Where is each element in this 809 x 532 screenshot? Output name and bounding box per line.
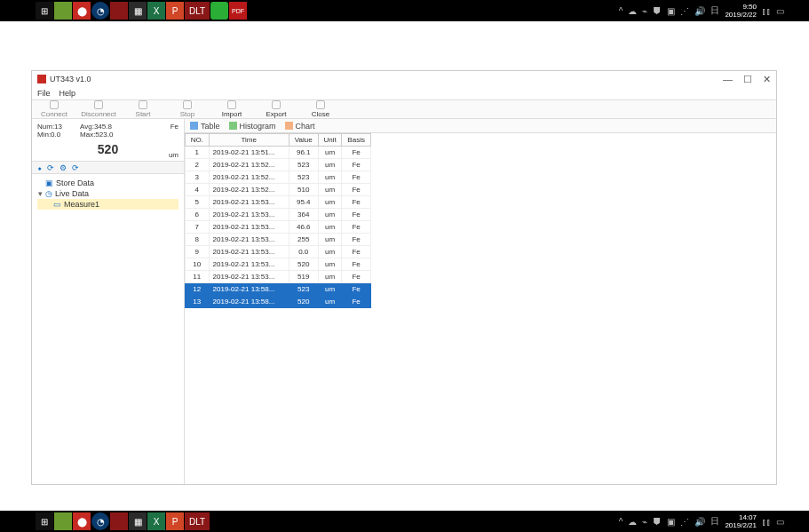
tray-battery-icon[interactable]: ▣ xyxy=(667,517,675,527)
current-app-icon[interactable]: DLT xyxy=(185,512,210,530)
histogram-icon xyxy=(229,122,237,130)
tree-action-icon-1[interactable]: ⬥ xyxy=(37,163,42,172)
tray-cloud-icon[interactable]: ☁ xyxy=(628,517,637,527)
excel-icon[interactable]: X xyxy=(147,512,165,530)
tray-shield-icon[interactable]: ⛊ xyxy=(653,6,662,16)
tray-graph-icon[interactable]: ⫿⫿ xyxy=(762,6,771,16)
cell-time: 2019-02-21 13:53... xyxy=(209,246,289,258)
cell-time: 2019-02-21 13:53... xyxy=(209,271,289,283)
app-icon-2[interactable] xyxy=(110,2,128,20)
col-unit[interactable]: Unit xyxy=(318,134,342,147)
tray-clock[interactable]: 14:07 2019/2/21 xyxy=(725,513,757,529)
excel-icon[interactable]: X xyxy=(147,2,165,20)
windows-taskbar-top: ⊞ ⬤ ◔ ▦ X P DLT PDF ^ ☁ ⌁ ⛊ ▣ ⋰ 🔊 日 9:50… xyxy=(0,0,809,21)
table-row[interactable]: 62019-02-21 13:53...364umFe xyxy=(186,209,371,221)
tray-network-icon[interactable]: ⋰ xyxy=(680,517,689,527)
browser-icon[interactable]: ◔ xyxy=(91,512,109,530)
powerpoint-icon[interactable]: P xyxy=(166,512,184,530)
start-button-icon[interactable]: ⊞ xyxy=(36,2,53,20)
connect-button[interactable]: Connect xyxy=(37,100,71,118)
tray-graph-icon[interactable]: ⫿⫿ xyxy=(762,517,771,527)
start-button-icon[interactable]: ⊞ xyxy=(36,512,53,530)
browser-icon[interactable]: ◔ xyxy=(91,2,109,20)
tree-action-icon-4[interactable]: ⟳ xyxy=(72,163,79,172)
tree-action-icon-3[interactable]: ⚙ xyxy=(59,163,67,172)
pdf-icon[interactable]: PDF xyxy=(229,2,247,20)
col-no[interactable]: NO. xyxy=(186,134,210,147)
table-row[interactable]: 52019-02-21 13:53...95.4umFe xyxy=(186,196,371,209)
calculator-icon[interactable]: ▦ xyxy=(129,2,147,20)
app-icon[interactable]: ⬤ xyxy=(73,512,91,530)
table-row[interactable]: 122019-02-21 13:58...523umFe xyxy=(186,283,371,296)
tray-volume-icon[interactable]: 🔊 xyxy=(694,517,705,527)
wechat-icon[interactable] xyxy=(210,2,228,20)
col-time[interactable]: Time xyxy=(209,134,289,147)
current-app-icon[interactable]: DLT xyxy=(185,2,210,20)
tray-chevron-icon[interactable]: ^ xyxy=(619,517,623,527)
cell-no: 4 xyxy=(186,184,210,196)
tray-notifications-icon[interactable]: ▭ xyxy=(776,517,784,527)
col-basis[interactable]: Basis xyxy=(342,134,371,147)
menu-help[interactable]: Help xyxy=(59,89,76,98)
table-row[interactable]: 132019-02-21 13:58...520umFe xyxy=(186,296,371,308)
disconnect-button[interactable]: Disconnect xyxy=(82,100,115,118)
maximize-button[interactable]: ☐ xyxy=(743,74,752,85)
table-row[interactable]: 72019-02-21 13:53...46.6umFe xyxy=(186,221,371,234)
tab-histogram[interactable]: Histogram xyxy=(229,122,276,131)
close-button[interactable]: ✕ xyxy=(763,74,771,85)
cell-unit: um xyxy=(318,271,342,283)
import-button[interactable]: Import xyxy=(215,100,249,118)
stat-max: Max:523.0 xyxy=(80,131,113,139)
tab-table[interactable]: Table xyxy=(190,122,220,131)
tray-ime-icon[interactable]: 日 xyxy=(710,515,719,528)
tray-bluetooth-icon[interactable]: ⌁ xyxy=(642,6,647,16)
table-row[interactable]: 112019-02-21 13:53...519umFe xyxy=(186,271,371,283)
table-row[interactable]: 102019-02-21 13:53...520umFe xyxy=(186,258,371,271)
close-data-button[interactable]: Close xyxy=(304,100,337,118)
cell-time: 2019-02-21 13:51... xyxy=(209,147,289,159)
tree-expand-icon[interactable]: ▾ xyxy=(37,189,43,198)
table-row[interactable]: 92019-02-21 13:53...0.0umFe xyxy=(186,246,371,258)
minimize-button[interactable]: — xyxy=(723,74,733,85)
table-row[interactable]: 82019-02-21 13:53...255umFe xyxy=(186,234,371,246)
tray-cloud-icon[interactable]: ☁ xyxy=(628,6,637,16)
cell-value: 523 xyxy=(289,159,318,171)
tray-clock[interactable]: 9:50 2019/2/22 xyxy=(725,3,757,19)
start-button[interactable]: Start xyxy=(126,100,160,118)
calculator-icon[interactable]: ▦ xyxy=(129,512,147,530)
tree-live-data[interactable]: ▾ ◷ Live Data xyxy=(37,188,178,199)
tab-chart[interactable]: Chart xyxy=(285,122,315,131)
cell-unit: um xyxy=(318,184,342,196)
powerpoint-icon[interactable]: P xyxy=(166,2,184,20)
tray-bluetooth-icon[interactable]: ⌁ xyxy=(642,517,647,527)
cell-basis: Fe xyxy=(342,246,371,258)
stat-num: Num:13 xyxy=(37,123,62,131)
table-row[interactable]: 42019-02-21 13:52...510umFe xyxy=(186,184,371,196)
tray-ime-icon[interactable]: 日 xyxy=(710,4,719,17)
cell-basis: Fe xyxy=(342,171,371,184)
tray-battery-icon[interactable]: ▣ xyxy=(667,6,675,16)
cell-no: 8 xyxy=(186,234,210,246)
tray-notifications-icon[interactable]: ▭ xyxy=(776,6,784,16)
tray-network-icon[interactable]: ⋰ xyxy=(680,6,689,16)
cell-value: 520 xyxy=(289,258,318,271)
menu-file[interactable]: File xyxy=(37,89,51,98)
tree-store-data[interactable]: ▣ Store Data xyxy=(37,178,178,188)
tray-chevron-icon[interactable]: ^ xyxy=(619,6,623,16)
col-value[interactable]: Value xyxy=(289,134,318,147)
cell-time: 2019-02-21 13:58... xyxy=(209,283,289,296)
app-icon[interactable]: ⬤ xyxy=(73,2,91,20)
table-row[interactable]: 22019-02-21 13:52...523umFe xyxy=(186,159,371,171)
app-icon-2[interactable] xyxy=(110,512,128,530)
stop-button[interactable]: Stop xyxy=(171,100,204,118)
table-row[interactable]: 12019-02-21 13:51...96.1umFe xyxy=(186,147,371,159)
tree-action-icon-2[interactable]: ⟳ xyxy=(47,163,54,172)
table-row[interactable]: 32019-02-21 13:52...523umFe xyxy=(186,171,371,184)
tray-volume-icon[interactable]: 🔊 xyxy=(694,6,705,16)
tree-measure1[interactable]: ▭ Measure1 xyxy=(37,199,178,210)
tray-shield-icon[interactable]: ⛊ xyxy=(653,517,662,527)
cell-unit: um xyxy=(318,209,342,221)
file-explorer-icon[interactable] xyxy=(54,512,72,530)
file-explorer-icon[interactable] xyxy=(54,2,72,20)
export-button[interactable]: Export xyxy=(259,100,293,118)
